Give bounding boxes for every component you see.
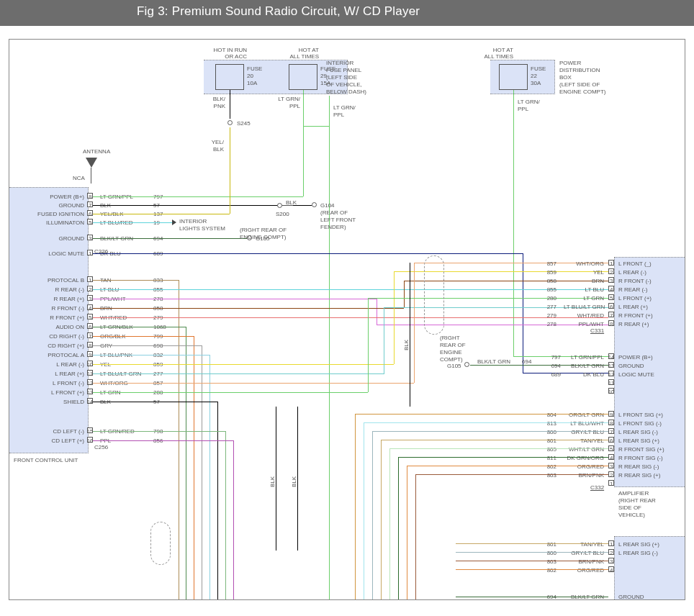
c332-2-code: 803 <box>528 472 556 479</box>
c332-5-pin: 5 <box>610 446 613 453</box>
w-c256-10-v <box>394 271 395 364</box>
w-c256-3-v <box>377 299 377 325</box>
c331-8-wire: PPL/WHT <box>564 321 604 327</box>
c331-12-pin: 12 <box>608 371 614 378</box>
c226-3-label: GROUND <box>24 235 84 242</box>
w-c256-11-v <box>384 307 384 373</box>
c332-8-label: L FRONT SIG (-) <box>618 420 662 427</box>
spk-2-label: L REAR SIG (-) <box>618 550 658 556</box>
c226-6-label: FUSED IGNITION <box>24 211 84 217</box>
c256-16-label: CD LEFT (+) <box>24 438 84 444</box>
spk-4-wire: ORG/RED <box>564 567 604 574</box>
spk-3-code: 803 <box>528 558 556 565</box>
wire-f20-down <box>230 90 230 119</box>
c256-1-label: PROTOCAL B <box>24 277 84 284</box>
w-c256-6 <box>93 327 186 327</box>
c331-10-pin: 10 <box>608 389 614 395</box>
c331-3-label: R FRONT (-) <box>618 278 652 284</box>
c256-15-pin: 15 <box>87 428 93 435</box>
c256-5-label: R FRONT (+) <box>24 314 84 321</box>
spk-3-pin: 3 <box>610 558 613 565</box>
w-blk-center-1 <box>276 407 276 551</box>
c332-5-code: 805 <box>528 446 556 453</box>
wire-f22-down <box>513 90 514 356</box>
c331-label: C331 <box>590 327 604 334</box>
w-c256-13-v <box>368 298 369 392</box>
w-c332-9-h <box>355 414 608 415</box>
c332-6-pin: 6 <box>610 438 613 444</box>
c331-5-code: 280 <box>528 295 556 302</box>
c332-4-wire: DK GRN/ORG <box>564 455 604 461</box>
c332-8-code: 813 <box>528 420 556 427</box>
c331-8-label: R REAR (+) <box>618 321 649 327</box>
w-spk-gnd <box>456 597 608 597</box>
fcu-name: FRONT CONTROL UNIT <box>14 457 78 463</box>
w-c226-3 <box>93 238 247 239</box>
c256-10-label: L REAR (-) <box>24 361 84 368</box>
hot-all-times-2: HOT ATALL TIMES <box>470 47 513 60</box>
c332-8-wire: LT BLU/WHT <box>564 420 604 427</box>
c331-4-label: R REAR (-) <box>618 286 647 293</box>
w-c256-9 <box>93 355 209 355</box>
c226-7-pin: 7 <box>89 202 91 209</box>
interior-lights-note: INTERIORLIGHTS SYSTEM <box>179 218 230 232</box>
g104-label: G104 <box>320 202 335 209</box>
spk-1-code: 801 <box>528 541 556 548</box>
spk-2-pin: 2 <box>610 550 613 556</box>
w-c332-9-v <box>355 414 356 600</box>
spk-1-pin: 1 <box>610 541 613 548</box>
c331-7-pin: 7 <box>610 312 613 319</box>
c331-14-wire: LT GRN/PPL <box>564 354 604 361</box>
hot-run-acc: HOT IN RUNOR ACC <box>197 47 247 60</box>
w-g104 <box>293 205 312 206</box>
w-c332-7-h <box>372 431 608 432</box>
fuse-22 <box>499 64 528 90</box>
w-c256-7-v <box>194 336 194 600</box>
fuse22-name: FUSE <box>531 65 546 72</box>
w-logicmute-h <box>93 253 523 254</box>
c332-3-label: R REAR SIG (-) <box>618 463 659 470</box>
c256-8-label: CD RIGHT (+) <box>24 343 84 349</box>
c256-11-pin: 11 <box>87 371 93 377</box>
wire-yelblk-label: YEL/BLK <box>202 139 224 153</box>
c256-13-pin: 13 <box>87 389 93 396</box>
w-c332-3-v <box>407 466 407 600</box>
w-spk-4 <box>456 569 608 570</box>
c256-12-pin: 12 <box>87 380 93 386</box>
c332-9-code: 804 <box>528 412 556 418</box>
c332-5-label: R FRONT SIG (+) <box>618 446 664 453</box>
c256-label: C256 <box>94 444 108 450</box>
c331-14-label: POWER (B+) <box>618 354 653 361</box>
blk-center-2-label: BLK <box>291 476 297 487</box>
c332-3-wire: ORG/RED <box>564 463 604 470</box>
w-c332-7-v <box>372 431 373 600</box>
c256-8-pin: 8 <box>89 343 91 349</box>
s245-junction <box>227 120 233 125</box>
fuse20-num: 20 <box>247 73 253 79</box>
c256-4-label: R FRONT (-) <box>24 305 84 312</box>
c256-11-label: L REAR (+) <box>24 371 84 377</box>
pdb-label: POWERDISTRIBUTIONBOX(LEFT SIDE OFENGINE … <box>559 60 624 96</box>
w-c256-6-v <box>186 327 186 600</box>
c332-1-pin: 1 <box>610 481 613 487</box>
c331-5-pin: 5 <box>610 295 613 302</box>
fuse-29 <box>289 64 317 90</box>
w-c256-8 <box>93 345 202 346</box>
spk-2-code: 800 <box>528 550 556 556</box>
w-c332-3-h <box>407 466 608 466</box>
c331-5-label: L FRONT (+) <box>618 295 652 302</box>
g105b-label: G105 <box>447 363 461 369</box>
c331-12-code: 689 <box>532 371 561 378</box>
w-c256-13-h <box>93 392 368 393</box>
c331-2-code: 859 <box>528 269 556 276</box>
spk-gnd-label: GROUND <box>618 594 644 600</box>
w-c256-14 <box>93 402 217 402</box>
c226-7-label: GROUND <box>24 202 84 209</box>
c256-15-label: CD LEFT (-) <box>24 428 84 435</box>
w-c256-16-v <box>233 440 234 600</box>
w-c256-7 <box>93 336 194 337</box>
w-c256-4-h <box>93 308 404 309</box>
c331-4-code: 855 <box>528 286 556 293</box>
wiring-sheet: HOT IN RUNOR ACC HOT ATALL TIMES INTERIO… <box>9 39 685 600</box>
c256-14-pin: 14 <box>87 399 93 405</box>
